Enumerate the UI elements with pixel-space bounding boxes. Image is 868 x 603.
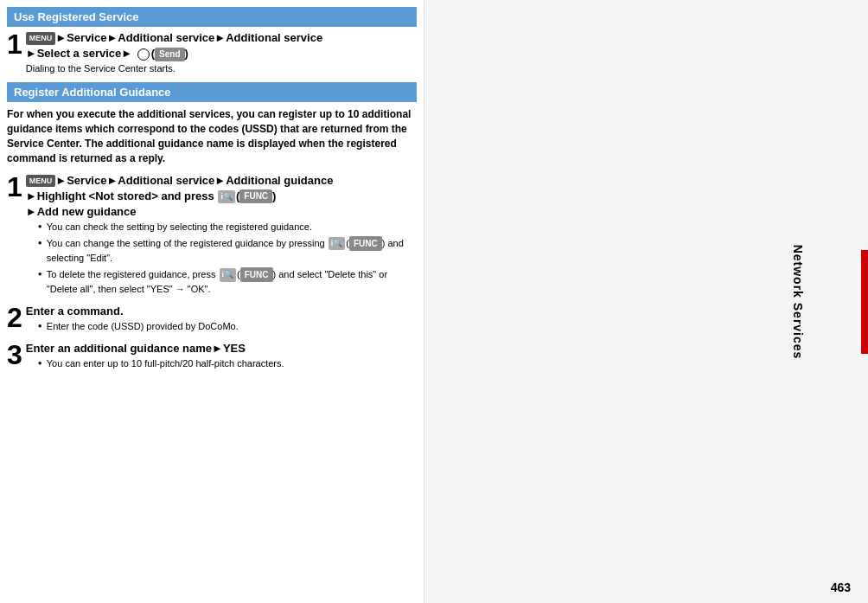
func-key-1: i🔍	[218, 190, 235, 203]
step2-guidance-content: Enter a command. Enter the code (USSD) p…	[26, 304, 417, 336]
step2-guidance-number: 2	[7, 304, 22, 331]
use-registered-section: Use Registered Service 1 MENU►Service►Ad…	[7, 7, 417, 74]
step2-bullet: Enter the code (USSD) provided by DoCoMo…	[38, 319, 417, 334]
step1-bullet-list: You can check the setting by selecting t…	[38, 220, 417, 297]
step3-guidance: 3 Enter an additional guidance name►YES …	[7, 341, 417, 373]
step1-number: 1	[7, 30, 22, 58]
step1-guidance: 1 MENU►Service►Additional service►Additi…	[7, 173, 417, 298]
register-additional-description: For when you execute the additional serv…	[7, 107, 417, 165]
step1-guidance-instruction: MENU►Service►Additional service►Addition…	[26, 173, 417, 221]
page-number: 463	[831, 581, 851, 594]
circle-icon	[137, 48, 150, 61]
step1-guidance-number: 1	[7, 173, 22, 201]
step3-guidance-content: Enter an additional guidance name►YES Yo…	[26, 341, 417, 373]
step3-bullet: You can enter up to 10 full-pitch/20 hal…	[38, 356, 417, 371]
register-additional-section: Register Additional Guidance For when yo…	[7, 82, 417, 372]
use-registered-header: Use Registered Service	[7, 7, 417, 27]
step2-bullet-list: Enter the code (USSD) provided by DoCoMo…	[38, 319, 417, 334]
step1-dialing-note: Dialing to the Service Center starts.	[26, 63, 417, 74]
step1-instruction: MENU►Service►Additional service►Addition…	[26, 30, 417, 61]
func-btn-2: FUNC	[349, 236, 382, 251]
sidebar-label: Network Services	[792, 244, 806, 359]
main-content: Use Registered Service 1 MENU►Service►Ad…	[0, 0, 424, 603]
menu-key: MENU	[26, 32, 56, 45]
sidebar-panel: Network Services 463	[424, 0, 868, 603]
send-button-label: Send	[155, 48, 184, 61]
step3-title: Enter an additional guidance name►YES	[26, 341, 417, 356]
menu-key-2: MENU	[26, 175, 56, 188]
func-btn-1: FUNC	[239, 189, 272, 203]
step1-guidance-content: MENU►Service►Additional service►Addition…	[26, 173, 417, 298]
step1-use-registered: 1 MENU►Service►Additional service►Additi…	[7, 30, 417, 74]
step2-title: Enter a command.	[26, 304, 417, 319]
bullet-item-1: You can check the setting by selecting t…	[38, 220, 417, 234]
func-key-3: i🔍	[220, 268, 237, 282]
func-btn-3: FUNC	[240, 267, 273, 282]
register-additional-header: Register Additional Guidance	[7, 82, 417, 102]
step3-bullet-list: You can enter up to 10 full-pitch/20 hal…	[38, 356, 417, 371]
step1-content: MENU►Service►Additional service►Addition…	[26, 30, 417, 74]
func-key-2: i🔍	[329, 237, 346, 251]
bullet-item-3: To delete the registered guidance, press…	[38, 267, 417, 297]
step2-guidance: 2 Enter a command. Enter the code (USSD)…	[7, 304, 417, 336]
step3-guidance-number: 3	[7, 341, 22, 369]
bullet-item-2: You can change the setting of the regist…	[38, 236, 417, 266]
red-accent-bar	[861, 250, 868, 354]
